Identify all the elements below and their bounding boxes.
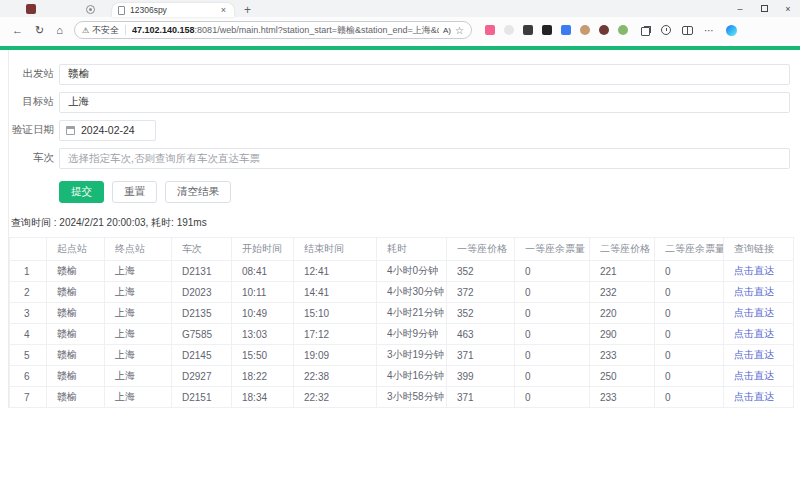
column-header: 二等座价格 bbox=[590, 238, 655, 261]
extension-dark-icon[interactable] bbox=[523, 25, 533, 35]
table-cell: 0 bbox=[655, 303, 724, 324]
form-row-date: 验证日期 2024-02-24 bbox=[9, 119, 792, 141]
table-row: 5赣榆上海D214515:5019:093小时19分钟37102330点击直达 bbox=[10, 345, 794, 366]
form-row-departure: 出发站 bbox=[9, 63, 792, 85]
browser-essentials-icon[interactable] bbox=[661, 25, 671, 35]
table-cell: G7585 bbox=[172, 324, 232, 345]
table-cell: 赣榆 bbox=[47, 387, 105, 408]
train-number-label: 车次 bbox=[9, 151, 54, 165]
table-cell: 0 bbox=[515, 261, 590, 282]
browser-titlebar: 12306spy × + – × bbox=[0, 0, 800, 17]
read-aloud-icon[interactable]: A) bbox=[443, 26, 451, 35]
table-cell: 290 bbox=[590, 324, 655, 345]
table-cell: 4小时0分钟 bbox=[377, 261, 447, 282]
extension-maroon-icon[interactable] bbox=[599, 25, 609, 35]
table-cell: 14:41 bbox=[294, 282, 377, 303]
close-button[interactable]: × bbox=[776, 4, 800, 14]
split-screen-icon[interactable] bbox=[682, 26, 693, 35]
table-cell: 250 bbox=[590, 366, 655, 387]
tab-close-icon[interactable]: × bbox=[219, 5, 228, 15]
security-warning-label[interactable]: 不安全 bbox=[92, 24, 119, 37]
extension-bilibili-icon[interactable] bbox=[485, 25, 495, 35]
clear-results-button[interactable]: 清空结果 bbox=[165, 181, 231, 203]
table-cell: 0 bbox=[655, 324, 724, 345]
refresh-icon[interactable]: ↻ bbox=[35, 24, 44, 37]
column-header bbox=[10, 238, 47, 261]
extension-blue-icon[interactable] bbox=[561, 25, 571, 35]
table-cell: 7 bbox=[10, 387, 47, 408]
table-cell: 15:10 bbox=[294, 303, 377, 324]
column-header: 车次 bbox=[172, 238, 232, 261]
table-cell: 0 bbox=[515, 387, 590, 408]
direct-ticket-link[interactable]: 点击直达 bbox=[734, 370, 774, 381]
reset-button[interactable]: 重置 bbox=[112, 181, 157, 203]
column-header: 结束时间 bbox=[294, 238, 377, 261]
table-cell: 12:41 bbox=[294, 261, 377, 282]
table-cell: 08:41 bbox=[232, 261, 294, 282]
home-icon[interactable]: ⌂ bbox=[56, 24, 63, 37]
extension-green-icon[interactable] bbox=[618, 25, 628, 35]
table-cell: 13:03 bbox=[232, 324, 294, 345]
table-cell: 0 bbox=[515, 303, 590, 324]
profile-avatar-icon[interactable] bbox=[26, 4, 36, 14]
more-menu-icon[interactable]: ⋯ bbox=[704, 25, 715, 36]
copilot-icon[interactable] bbox=[726, 25, 737, 36]
collections-icon[interactable] bbox=[641, 27, 650, 36]
table-cell: 0 bbox=[655, 282, 724, 303]
table-cell: 352 bbox=[447, 261, 515, 282]
direct-ticket-link[interactable]: 点击直达 bbox=[734, 265, 774, 276]
submit-button[interactable]: 提交 bbox=[59, 181, 104, 203]
results-table: 起点站终点站车次开始时间结束时间耗时一等座价格一等座余票量二等座价格二等座余票量… bbox=[9, 237, 794, 408]
tab-actions-icon[interactable] bbox=[86, 5, 95, 14]
table-cell: 371 bbox=[447, 387, 515, 408]
table-cell: 上海 bbox=[105, 387, 172, 408]
column-header: 一等座价格 bbox=[447, 238, 515, 261]
column-header: 一等座余票量 bbox=[515, 238, 590, 261]
calendar-icon bbox=[66, 126, 75, 135]
table-cell: 463 bbox=[447, 324, 515, 345]
train-number-input[interactable] bbox=[59, 148, 790, 169]
direct-ticket-link[interactable]: 点击直达 bbox=[734, 328, 774, 339]
extension-tan-icon[interactable] bbox=[580, 25, 590, 35]
maximize-button[interactable] bbox=[752, 5, 776, 12]
back-icon[interactable]: ← bbox=[12, 24, 23, 37]
url-text[interactable]: 47.102.140.158:8081/web/main.html?statio… bbox=[132, 24, 439, 37]
table-cell: 2 bbox=[10, 282, 47, 303]
table-cell: 10:49 bbox=[232, 303, 294, 324]
browser-toolbar: ← ↻ ⌂ ⚠ 不安全 47.102.140.158:8081/web/main… bbox=[0, 17, 800, 43]
favorite-star-icon[interactable]: ☆ bbox=[455, 25, 464, 36]
direct-ticket-link[interactable]: 点击直达 bbox=[734, 307, 774, 318]
table-cell: 0 bbox=[515, 345, 590, 366]
direct-ticket-link[interactable]: 点击直达 bbox=[734, 391, 774, 402]
table-row: 1赣榆上海D213108:4112:414小时0分钟35202210点击直达 bbox=[10, 261, 794, 282]
table-cell: D2135 bbox=[172, 303, 232, 324]
new-tab-button[interactable]: + bbox=[244, 4, 251, 16]
table-cell: 22:38 bbox=[294, 366, 377, 387]
table-cell: 233 bbox=[590, 345, 655, 366]
results-tbody: 1赣榆上海D213108:4112:414小时0分钟35202210点击直达2赣… bbox=[10, 261, 794, 408]
table-cell: 0 bbox=[655, 345, 724, 366]
table-cell: D2927 bbox=[172, 366, 232, 387]
destination-station-input[interactable] bbox=[59, 92, 790, 113]
table-cell: 371 bbox=[447, 345, 515, 366]
extension-face-icon[interactable] bbox=[504, 25, 514, 35]
table-cell: 0 bbox=[515, 324, 590, 345]
minimize-button[interactable]: – bbox=[728, 4, 752, 14]
direct-ticket-link[interactable]: 点击直达 bbox=[734, 349, 774, 360]
column-header: 开始时间 bbox=[232, 238, 294, 261]
departure-station-input[interactable] bbox=[59, 64, 790, 85]
browser-tab[interactable]: 12306spy × bbox=[112, 3, 234, 17]
column-header: 起点站 bbox=[47, 238, 105, 261]
table-cell: 19:09 bbox=[294, 345, 377, 366]
table-cell: 18:22 bbox=[232, 366, 294, 387]
table-cell: 赣榆 bbox=[47, 261, 105, 282]
extensions bbox=[485, 25, 628, 35]
address-divider bbox=[125, 25, 126, 35]
table-row: 7赣榆上海D215118:3422:323小时58分钟37102330点击直达 bbox=[10, 387, 794, 408]
extension-dark-face-icon[interactable] bbox=[542, 25, 552, 35]
date-input[interactable]: 2024-02-24 bbox=[59, 120, 156, 141]
table-cell: 15:50 bbox=[232, 345, 294, 366]
table-cell: 赣榆 bbox=[47, 303, 105, 324]
address-bar[interactable]: ⚠ 不安全 47.102.140.158:8081/web/main.html?… bbox=[74, 21, 472, 39]
direct-ticket-link[interactable]: 点击直达 bbox=[734, 286, 774, 297]
